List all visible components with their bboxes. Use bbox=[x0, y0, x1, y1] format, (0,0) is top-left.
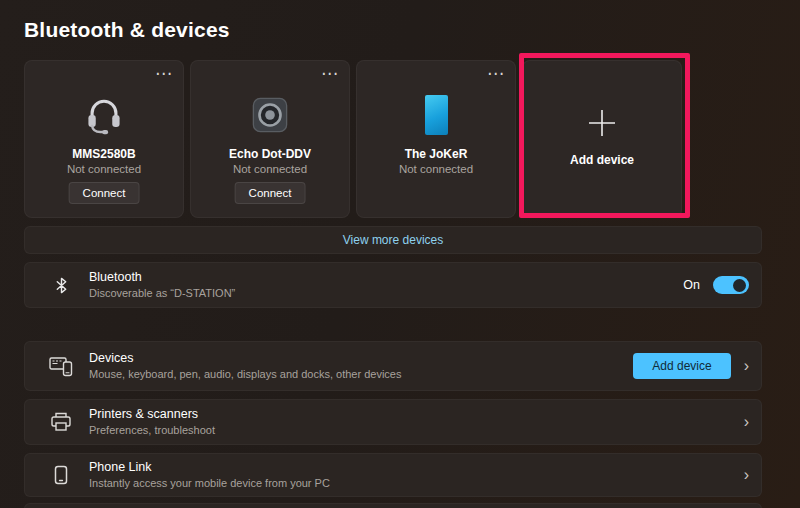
chevron-right-icon: › bbox=[744, 467, 749, 483]
connect-button[interactable]: Connect bbox=[235, 182, 306, 204]
device-status: Not connected bbox=[25, 163, 183, 175]
page-title: Bluetooth & devices bbox=[24, 18, 230, 42]
row-title: Printers & scanners bbox=[89, 407, 215, 423]
row-title: Phone Link bbox=[89, 460, 330, 476]
headset-icon bbox=[25, 89, 183, 141]
more-options-icon[interactable]: ⋯ bbox=[321, 65, 339, 82]
phone-link-row[interactable]: Phone Link Instantly access your mobile … bbox=[24, 453, 762, 497]
device-card-joker[interactable]: ⋯ The JoKeR Not connected bbox=[356, 60, 516, 218]
bluetooth-subtitle: Discoverable as “D-STATION” bbox=[89, 287, 235, 300]
view-more-devices-label: View more devices bbox=[343, 233, 444, 247]
plus-icon bbox=[523, 107, 681, 139]
row-subtitle: Preferences, troubleshoot bbox=[89, 424, 215, 437]
bluetooth-toggle[interactable] bbox=[713, 276, 749, 294]
device-card-echo-dot[interactable]: ⋯ Echo Dot-DDV Not connected Connect bbox=[190, 60, 350, 218]
add-device-label: Add device bbox=[523, 153, 681, 167]
more-options-icon[interactable]: ⋯ bbox=[487, 65, 505, 82]
devices-row[interactable]: Devices Mouse, keyboard, pen, audio, dis… bbox=[24, 341, 762, 391]
device-card-mms2580b[interactable]: ⋯ MMS2580B Not connected Connect bbox=[24, 60, 184, 218]
printer-icon bbox=[49, 412, 73, 432]
more-options-icon[interactable]: ⋯ bbox=[155, 65, 173, 82]
bluetooth-row[interactable]: Bluetooth Discoverable as “D-STATION” On bbox=[24, 262, 762, 308]
connect-button[interactable]: Connect bbox=[69, 182, 140, 204]
phone-icon bbox=[357, 89, 515, 141]
printers-scanners-row[interactable]: Printers & scanners Preferences, trouble… bbox=[24, 399, 762, 445]
device-name: The JoKeR bbox=[357, 147, 515, 161]
row-subtitle: Instantly access your mobile device from… bbox=[89, 477, 330, 490]
device-status: Not connected bbox=[357, 163, 515, 175]
device-name: MMS2580B bbox=[25, 147, 183, 161]
bluetooth-title: Bluetooth bbox=[89, 270, 235, 286]
add-device-button[interactable]: Add device bbox=[633, 353, 730, 379]
chevron-right-icon: › bbox=[744, 358, 749, 374]
view-more-devices-link[interactable]: View more devices bbox=[24, 226, 762, 254]
chevron-right-icon: › bbox=[744, 414, 749, 430]
toggle-state-label: On bbox=[683, 278, 700, 292]
add-device-card[interactable]: Add device bbox=[522, 60, 682, 218]
keyboard-mouse-icon bbox=[49, 355, 73, 377]
partial-next-row[interactable] bbox=[24, 503, 762, 508]
toggle-knob bbox=[733, 279, 746, 292]
phone-outline-icon bbox=[49, 465, 73, 485]
bluetooth-devices-settings-page: Bluetooth & devices ⋯ MMS2580B Not conne… bbox=[0, 0, 800, 508]
device-status: Not connected bbox=[191, 163, 349, 175]
row-subtitle: Mouse, keyboard, pen, audio, displays an… bbox=[89, 368, 401, 381]
bluetooth-icon bbox=[49, 276, 73, 295]
device-name: Echo Dot-DDV bbox=[191, 147, 349, 161]
speaker-icon bbox=[191, 89, 349, 141]
row-title: Devices bbox=[89, 351, 401, 367]
